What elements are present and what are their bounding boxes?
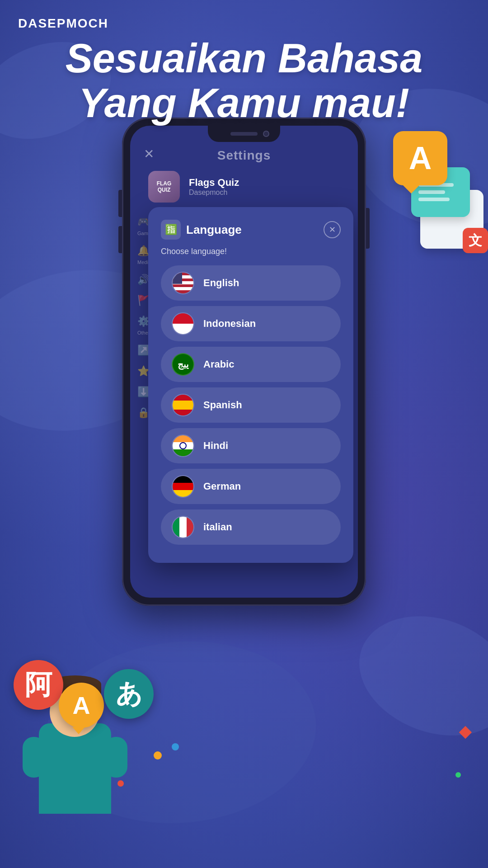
language-name-english: English [203,277,239,289]
language-dialog: 🈯 Language ✕ Choose language! English [148,207,353,563]
language-option-arabic[interactable]: يبج Arabic [161,347,341,382]
brand-label: DASEPMOCH [18,16,108,31]
language-option-german[interactable]: German [161,469,341,504]
chinese-char-badge-bottom: 阿 [14,660,63,710]
language-option-indonesian[interactable]: Indonesian [161,306,341,341]
flag-sa: يبج [172,353,194,376]
app-info: Flags Quiz Dasepmoch [189,177,239,197]
dialog-header: 🈯 Language ✕ [161,220,341,240]
hero-title: Sesuaikan Bahasa Yang Kamu mau! [0,36,488,126]
language-name-arabic: Arabic [203,359,234,370]
confetti-dot-3 [172,743,179,750]
language-name-hindi: Hindi [203,440,228,452]
language-name-spanish: Spanish [203,399,242,411]
dialog-title-container: 🈯 Language [161,220,242,240]
app-developer: Dasepmoch [189,189,239,197]
settings-title: Settings [130,148,358,163]
settings-close-button[interactable]: ✕ [144,146,154,161]
phone-notch [208,126,280,142]
power-button [366,208,370,249]
language-option-hindi[interactable]: Hindi [161,428,341,463]
language-name-italian: italian [203,521,232,533]
camera [263,131,269,137]
language-name-german: German [203,481,241,492]
app-name: Flags Quiz [189,177,239,189]
flag-es [172,394,194,416]
dialog-close-button[interactable]: ✕ [324,221,341,238]
phone-screen: Settings ✕ FLAG QUIZ Flags Quiz Dasepmoc… [130,126,358,598]
flag-id [172,312,194,335]
language-option-spanish[interactable]: Spanish [161,387,341,423]
volume-up-button [118,190,122,217]
language-icon: 🈯 [161,220,181,240]
flag-de [172,475,194,498]
app-icon: FLAG QUIZ [148,171,180,203]
confetti-dot-4 [455,772,461,778]
flag-it [172,516,194,538]
dialog-title: Language [186,223,242,237]
phone-mockup: Settings ✕ FLAG QUIZ Flags Quiz Dasepmoc… [122,118,366,606]
translate-icon-orange: A [393,131,447,185]
flag-in [172,434,194,457]
volume-down-button [118,226,122,253]
hiragana-badge: あ [104,669,154,719]
dialog-subtitle: Choose language! [161,247,341,256]
flag-us [172,272,194,294]
language-option-english[interactable]: English [161,265,341,301]
speaker [230,132,258,136]
app-card: FLAG QUIZ Flags Quiz Dasepmoch [148,171,340,203]
language-option-italian[interactable]: italian [161,509,341,545]
chinese-char-badge: 文 [463,228,488,253]
confetti-dot-2 [117,780,124,787]
language-name-indonesian: Indonesian [203,318,256,330]
gold-a-badge: A [59,683,104,728]
confetti-dot-1 [154,751,162,760]
